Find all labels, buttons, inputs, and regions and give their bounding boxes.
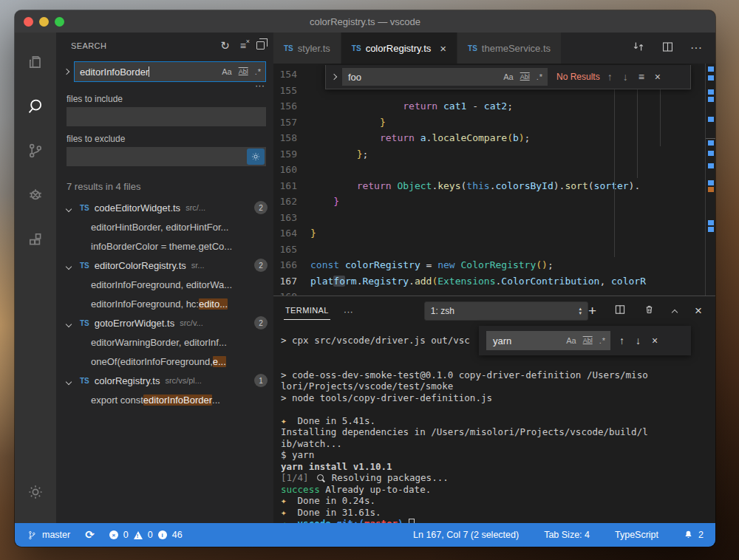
match-row[interactable]: infoBorderColor = theme.getCo... bbox=[56, 236, 273, 256]
tab-themeService.ts[interactable]: TSthemeService.ts bbox=[457, 33, 562, 64]
close-find-icon[interactable]: × bbox=[652, 335, 658, 346]
zoom-window-button[interactable] bbox=[55, 17, 64, 27]
terminal-text: git:( bbox=[336, 518, 364, 523]
tab-size-item[interactable]: Tab Size: 4 bbox=[544, 530, 590, 540]
code-line-162[interactable]: 162 } bbox=[273, 194, 715, 210]
file-row-codeEditorWidget.ts[interactable]: TScodeEditorWidget.tssrc/...2 bbox=[56, 198, 273, 217]
overview-ruler[interactable] bbox=[705, 64, 715, 296]
match-case-icon[interactable]: Aa bbox=[503, 72, 513, 81]
find-input[interactable]: foo Aa Abl .* bbox=[342, 68, 548, 86]
extensions-icon[interactable] bbox=[18, 220, 53, 259]
match-row[interactable]: editorHintBorder, editorHintFor... bbox=[56, 217, 273, 236]
next-match-icon[interactable]: ↓ bbox=[636, 335, 641, 346]
minimize-window-button[interactable] bbox=[39, 17, 49, 27]
match-row[interactable]: editorInfoForeground, editorWa... bbox=[56, 275, 273, 294]
close-window-button[interactable] bbox=[24, 17, 33, 27]
code-line-168[interactable]: 168 bbox=[273, 289, 715, 296]
code-line-158[interactable]: 158 return a.localeCompare(b); bbox=[273, 130, 715, 146]
search-input[interactable]: editorInfoBorder Aa Abl .* bbox=[74, 61, 266, 82]
code-editor[interactable]: 154155156 return cat1 - cat2;157 }158 re… bbox=[273, 64, 715, 296]
match-case-icon[interactable]: Aa bbox=[566, 336, 576, 345]
toggle-replace-icon[interactable] bbox=[329, 75, 339, 79]
code-line-165[interactable]: 165 bbox=[273, 242, 715, 258]
expand-chevron-icon[interactable] bbox=[67, 260, 80, 271]
file-row-editorColorRegistry.ts[interactable]: TSeditorColorRegistry.tssr...2 bbox=[56, 256, 273, 275]
open-changes-icon[interactable] bbox=[632, 40, 645, 56]
find-in-selection-icon[interactable]: ≡ bbox=[638, 71, 644, 83]
terminal-text: > node tools/copy-driver-definition.js bbox=[281, 392, 492, 403]
files-to-include-input[interactable] bbox=[67, 107, 266, 126]
code-line-163[interactable]: 163 bbox=[273, 210, 715, 226]
regex-icon[interactable]: .* bbox=[599, 336, 606, 345]
match-text: infoBorderColor = theme.getCo... bbox=[91, 241, 232, 252]
code-line-164[interactable]: 164} bbox=[273, 225, 715, 242]
sync-item[interactable]: ⟳ bbox=[85, 528, 95, 542]
refresh-icon[interactable]: ↻ bbox=[220, 39, 230, 52]
toggle-search-details-icon[interactable]: ··· bbox=[56, 82, 273, 92]
tab-colorRegistry.ts[interactable]: TScolorRegistry.ts× bbox=[341, 33, 457, 64]
next-match-icon[interactable]: ↓ bbox=[623, 71, 628, 83]
terminal-shell-select[interactable]: 1: zsh ▴▾ bbox=[424, 301, 588, 321]
regex-icon[interactable]: .* bbox=[255, 67, 262, 76]
collapse-all-icon[interactable] bbox=[256, 41, 265, 49]
previous-match-icon[interactable]: ↑ bbox=[619, 335, 624, 346]
files-to-exclude-input[interactable] bbox=[67, 147, 266, 166]
use-exclude-settings-icon[interactable] bbox=[247, 148, 265, 165]
whole-word-icon[interactable]: Abl bbox=[520, 73, 530, 81]
match-row[interactable]: editorInfoForeground, hc: edito... bbox=[56, 294, 273, 313]
kill-terminal-icon[interactable] bbox=[644, 304, 655, 318]
maximize-panel-icon[interactable] bbox=[672, 304, 677, 318]
new-terminal-icon[interactable]: + bbox=[588, 303, 596, 319]
split-terminal-icon[interactable] bbox=[614, 304, 626, 318]
match-case-icon[interactable]: Aa bbox=[222, 67, 231, 76]
code-line-157[interactable]: 157 } bbox=[273, 115, 715, 131]
code-line-166[interactable]: 166const colorRegistry = new ColorRegist… bbox=[273, 257, 715, 273]
terminal-find-input[interactable]: yarn Aa Abl .* bbox=[486, 331, 610, 350]
whole-word-icon[interactable]: Abl bbox=[239, 68, 248, 75]
match-row[interactable]: editorWarningBorder, editorInf... bbox=[56, 332, 273, 352]
file-row-colorRegistry.ts[interactable]: TScolorRegistry.tssrc/vs/pl...1 bbox=[56, 371, 273, 390]
terminal-output[interactable]: > cpx src/vscode/driver.js out/vsc> code… bbox=[273, 326, 715, 523]
code-line-161[interactable]: 161 return Object.keys(this.colorsById).… bbox=[273, 178, 715, 194]
match-row[interactable]: oneOf(editorInfoForeground, e... bbox=[56, 352, 273, 371]
code-text: return Object.keys(this.colorsById).sort… bbox=[310, 178, 640, 194]
toggle-replace-icon[interactable] bbox=[61, 69, 72, 74]
close-find-icon[interactable]: × bbox=[655, 71, 661, 83]
cursor-position-item[interactable]: Ln 167, Col 7 (2 selected) bbox=[413, 530, 519, 540]
code-text: } bbox=[310, 225, 316, 242]
tab-label: styler.ts bbox=[298, 43, 330, 54]
settings-gear-icon[interactable] bbox=[18, 473, 53, 511]
regex-icon[interactable]: .* bbox=[537, 72, 543, 81]
language-mode-item[interactable]: TypeScript bbox=[615, 530, 658, 540]
terminal-more-icon[interactable]: ··· bbox=[344, 306, 353, 317]
close-tab-icon[interactable]: × bbox=[440, 42, 446, 55]
expand-chevron-icon[interactable] bbox=[67, 375, 80, 386]
code-line-156[interactable]: 156 return cat1 - cat2; bbox=[273, 98, 715, 115]
terminal-tab[interactable]: TERMINAL bbox=[284, 303, 330, 320]
expand-chevron-icon[interactable] bbox=[67, 318, 80, 329]
git-branch-item[interactable]: master bbox=[27, 530, 70, 541]
close-panel-icon[interactable]: × bbox=[695, 304, 702, 318]
tab-styler.ts[interactable]: TSstyler.ts bbox=[273, 33, 341, 64]
match-text: ... bbox=[212, 395, 220, 406]
code-line-167[interactable]: 167platform.Registry.add(Extensions.Colo… bbox=[273, 273, 715, 290]
notifications-item[interactable]: 2 bbox=[684, 530, 704, 540]
whole-word-icon[interactable]: Abl bbox=[583, 337, 593, 344]
code-line-160[interactable]: 160 bbox=[273, 162, 715, 178]
problems-item[interactable]: ×0 0 i46 bbox=[109, 530, 183, 540]
code-line-159[interactable]: 159 }; bbox=[273, 146, 715, 163]
ruler-mark bbox=[708, 140, 714, 146]
line-number: 166 bbox=[273, 257, 310, 273]
debug-icon[interactable] bbox=[18, 176, 53, 214]
search-icon[interactable] bbox=[18, 87, 53, 126]
source-control-icon[interactable] bbox=[18, 132, 53, 170]
expand-chevron-icon[interactable] bbox=[67, 202, 80, 214]
file-row-gotoErrorWidget.ts[interactable]: TSgotoErrorWidget.tssrc/v...2 bbox=[56, 313, 273, 332]
files-icon[interactable] bbox=[18, 43, 53, 81]
previous-match-icon[interactable]: ↑ bbox=[607, 71, 613, 83]
match-row[interactable]: export const editorInfoBorder ... bbox=[56, 390, 273, 409]
line-number: 158 bbox=[273, 130, 310, 146]
more-actions-icon[interactable]: ··· bbox=[690, 41, 702, 55]
split-editor-icon[interactable] bbox=[661, 41, 674, 56]
clear-search-results-icon[interactable]: ≡ bbox=[240, 40, 246, 52]
